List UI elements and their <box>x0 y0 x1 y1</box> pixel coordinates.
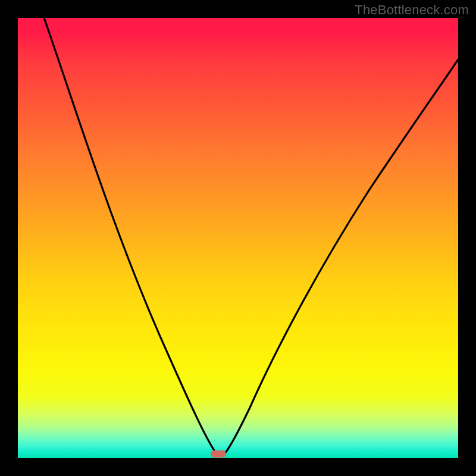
watermark-text: TheBottleneck.com <box>355 2 469 18</box>
bottleneck-curve-path <box>44 18 458 456</box>
chart-container: TheBottleneck.com <box>0 0 476 476</box>
optimum-marker <box>211 450 226 458</box>
curve-svg <box>18 18 458 458</box>
plot-area <box>18 18 458 458</box>
